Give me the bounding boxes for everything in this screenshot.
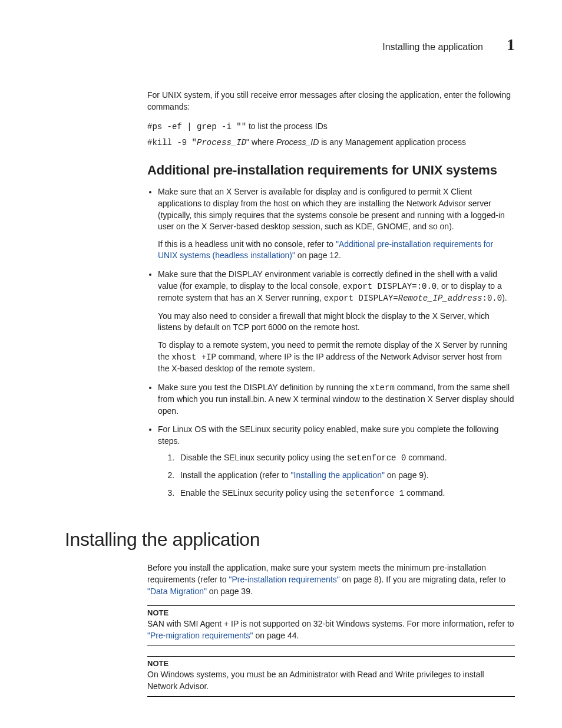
code-italic: Remote_IP_address [398,294,482,303]
list-item: Make sure you test the DISPLAY definitio… [158,382,515,417]
bullet-list: Make sure that an X Server is available … [147,186,515,499]
code: setenforce 1 [345,489,404,498]
text: on page 8). If you are migrating data, r… [340,575,506,584]
code: #ps -ef | grep -i "" [147,122,246,131]
note-label: NOTE [147,659,515,668]
text: ). [502,293,507,302]
command-line: #ps -ef | grep -i "" to list the process… [147,121,515,133]
note-label: NOTE [147,608,515,617]
text: command. [404,488,445,498]
note-text: On Windows systems, you must be an Admin… [147,669,515,692]
cross-reference-link[interactable]: "Pre-migration requirements" [147,631,253,640]
chapter-number: 1 [507,35,515,54]
list-item: Disable the SELinux security policy usin… [177,452,515,465]
text: on page 9). [385,470,429,480]
text-italic: Process_ID [276,137,319,147]
code: export DISPLAY= [324,294,398,303]
section-heading: Additional pre-installation requirements… [147,163,515,178]
paragraph: For UNIX system, if you still receive er… [147,90,515,113]
code: #kill -9 " [147,138,197,147]
text: SAN with SMI Agent + IP is not supported… [147,619,514,628]
text: to list the process IDs [246,121,328,131]
note-block: NOTE SAN with SMI Agent + IP is not supp… [147,605,515,645]
cross-reference-link[interactable]: "Pre-installation requirements" [229,575,340,584]
paragraph: To display to a remote system, you need … [158,340,515,375]
paragraph: Before you install the application, make… [147,562,515,597]
paragraph: You may also need to consider a firewall… [158,311,515,334]
text: on page 12. [295,251,341,260]
list-item: For Linux OS with the SELinux security p… [158,424,515,499]
chapter-heading: Installing the application [65,529,515,551]
cross-reference-link[interactable]: "Installing the application" [291,470,385,480]
note-block: NOTE On Windows systems, you must be an … [147,656,515,696]
list-item: Make sure that the DISPLAY environment v… [158,269,515,375]
code: xhost +IP [171,353,216,362]
code-italic: Process_ID [197,138,246,147]
text: on page 39. [207,587,253,596]
text: on page 44. [253,631,299,640]
text: Enable the SELinux security policy using… [180,488,345,498]
command-line: #kill -9 "Process_ID" where Process_ID i… [147,137,515,149]
document-page: Installing the application 1 For UNIX sy… [0,0,562,728]
list-item: Enable the SELinux security policy using… [177,487,515,500]
text: If this is a headless unit with no conso… [158,239,336,249]
page-header: Installing the application 1 [65,35,515,54]
cross-reference-link[interactable]: "Data Migration" [147,587,207,596]
numbered-list: Disable the SELinux security policy usin… [166,452,515,500]
text: Make sure you test the DISPLAY definitio… [158,383,370,392]
code: export DISPLAY=:0.0 [343,282,437,291]
running-title: Installing the application [382,42,483,52]
text: " where [246,137,276,147]
list-item: Install the application (refer to "Insta… [177,470,515,482]
page-body: For UNIX system, if you still receive er… [147,90,515,697]
code: :0.0 [482,294,503,303]
text: Install the application (refer to [180,470,291,480]
note-text: SAN with SMI Agent + IP is not supported… [147,618,515,641]
text: Disable the SELinux security policy usin… [180,453,346,462]
code: xterm [370,383,395,393]
list-item: Make sure that an X Server is available … [158,186,515,262]
paragraph: If this is a headless unit with no conso… [158,239,515,262]
text: For Linux OS with the SELinux security p… [158,424,498,446]
text: is any Management application process [319,137,466,147]
text: command. [406,453,447,462]
text: Make sure that an X Server is available … [158,187,505,231]
code: setenforce 0 [346,453,406,463]
